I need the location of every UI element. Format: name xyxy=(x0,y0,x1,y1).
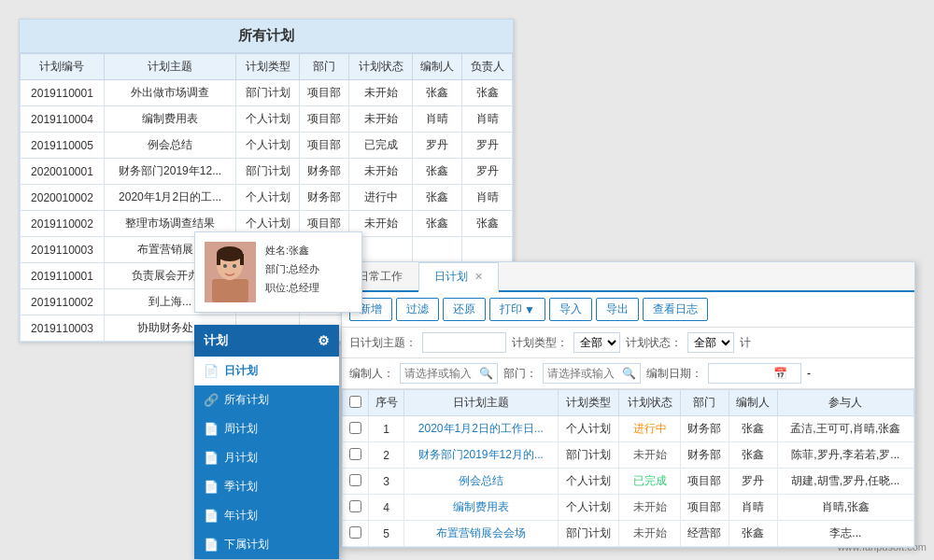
creator-input-wrap[interactable]: 🔍 xyxy=(400,363,498,384)
filter-button[interactable]: 过滤 xyxy=(396,298,439,321)
tabs-bar: 日常工作 日计划 ✕ xyxy=(342,262,914,292)
profile-dept: 部门:总经办 xyxy=(265,260,319,279)
row-checkbox[interactable] xyxy=(349,422,361,434)
type-select[interactable]: 全部 xyxy=(574,335,619,350)
table-row[interactable]: 2019110001外出做市场调查部门计划项目部未开始张鑫张鑫 xyxy=(21,80,513,106)
gear-icon[interactable]: ⚙ xyxy=(318,333,330,348)
sidebar-item-monthly[interactable]: 📄 月计划 xyxy=(194,443,339,472)
table-row[interactable]: 2财务部门2019年12月的...部门计划未开始财务部张鑫陈菲,罗丹,李若若,罗… xyxy=(343,442,914,469)
sidebar-item-label: 季计划 xyxy=(224,479,258,495)
row-checkbox[interactable] xyxy=(349,526,361,539)
row-subject[interactable]: 2020年1月2日的工作日... xyxy=(404,416,559,442)
bg-col-header: 编制人 xyxy=(413,54,462,80)
row-checkbox-cell[interactable] xyxy=(343,442,369,469)
sidebar-item-yearly[interactable]: 📄 年计划 xyxy=(194,501,339,530)
row-checkbox-cell[interactable] xyxy=(343,521,369,547)
table-row[interactable]: 5布置营销展会会场部门计划未开始经营部张鑫李志... xyxy=(343,521,914,547)
type-select-wrap[interactable]: 全部 xyxy=(573,332,620,353)
calendar-icon[interactable]: 📅 xyxy=(773,367,787,380)
table-row[interactable]: 2019110005例会总结个人计划项目部已完成罗丹罗丹 xyxy=(21,133,513,159)
svg-rect-1 xyxy=(212,279,248,302)
table-row[interactable]: 20200100022020年1月2日的工...个人计划财务部进行中张鑫肖晴 xyxy=(21,185,513,211)
table-cell: 2019110003 xyxy=(21,315,105,342)
row-dept: 财务部 xyxy=(681,442,729,469)
bg-col-header: 计划状态 xyxy=(349,54,413,80)
svg-point-7 xyxy=(233,264,236,268)
table-cell: 财务部 xyxy=(299,159,348,185)
row-checkbox-cell[interactable] xyxy=(343,495,369,521)
restore-button[interactable]: 还原 xyxy=(443,298,486,321)
table-row[interactable]: 3例会总结个人计划已完成项目部罗丹胡建,胡雪,罗丹,任晓... xyxy=(343,469,914,495)
table-cell: 2020年1月2日的工... xyxy=(104,185,235,211)
dept-label: 部门： xyxy=(503,366,537,382)
table-cell: 外出做市场调查 xyxy=(104,80,235,106)
row-checkbox-cell[interactable] xyxy=(343,469,369,495)
dept-input-wrap[interactable]: 🔍 xyxy=(543,363,641,384)
main-col-header: 部门 xyxy=(681,390,729,416)
table-cell: 张鑫 xyxy=(413,159,462,185)
row-type: 部门计划 xyxy=(558,442,619,469)
main-col-header: 计划类型 xyxy=(558,390,619,416)
row-number: 2 xyxy=(369,442,404,469)
subject-link[interactable]: 例会总结 xyxy=(459,474,503,487)
row-checkbox[interactable] xyxy=(349,448,361,460)
select-all-checkbox[interactable] xyxy=(349,396,361,408)
table-cell: 罗丹 xyxy=(462,133,513,159)
subject-link[interactable]: 编制费用表 xyxy=(453,500,509,513)
status-badge: 进行中 xyxy=(633,422,667,435)
subject-label: 日计划主题： xyxy=(349,335,417,351)
bg-col-header: 计划类型 xyxy=(236,54,300,80)
row-checkbox[interactable] xyxy=(349,474,361,486)
log-button[interactable]: 查看日志 xyxy=(643,298,708,321)
tab-close-icon[interactable]: ✕ xyxy=(474,271,483,282)
menu-icon: 📄 xyxy=(204,480,219,494)
subject-link[interactable]: 2020年1月2日的工作日... xyxy=(418,422,544,435)
print-button[interactable]: 打印 ▼ xyxy=(489,298,545,321)
sidebar-item-all[interactable]: 🔗 所有计划 xyxy=(194,385,339,414)
status-badge: 未开始 xyxy=(633,500,667,513)
import-button[interactable]: 导入 xyxy=(549,298,592,321)
row-checkbox-cell[interactable] xyxy=(343,416,369,442)
date-input-wrap[interactable]: 📅 xyxy=(708,363,801,384)
toolbar: 新增 过滤 还原 打印 ▼ 导入 导出 查看日志 xyxy=(342,292,914,328)
sidebar-item-weekly[interactable]: 📄 周计划 xyxy=(194,414,339,443)
data-table-wrap: 序号日计划主题计划类型计划状态部门编制人参与人 12020年1月2日的工作日..… xyxy=(342,389,914,547)
row-subject[interactable]: 例会总结 xyxy=(404,469,559,495)
date-start-input[interactable] xyxy=(713,367,773,380)
status-select-wrap[interactable]: 全部 xyxy=(687,332,734,353)
row-participants: 胡建,胡雪,罗丹,任晓... xyxy=(777,469,913,495)
creator-label: 编制人： xyxy=(349,366,394,382)
table-row[interactable]: 2019110004编制费用表个人计划项目部未开始肖晴肖晴 xyxy=(21,106,513,133)
sidebar-item-daily[interactable]: 📄 日计划 xyxy=(194,357,339,385)
status-select[interactable]: 全部 xyxy=(688,335,733,350)
sidebar-item-quarterly[interactable]: 📄 季计划 xyxy=(194,472,339,501)
profile-info: 姓名:张鑫 部门:总经办 职位:总经理 xyxy=(265,242,319,297)
sidebar-item-label: 所有计划 xyxy=(224,392,269,408)
table-row[interactable]: 2020010001财务部门2019年12...部门计划财务部未开始张鑫罗丹 xyxy=(21,159,513,185)
row-subject[interactable]: 编制费用表 xyxy=(404,495,559,521)
profile-position: 职位:总经理 xyxy=(265,279,319,298)
table-row[interactable]: 4编制费用表个人计划未开始项目部肖晴肖晴,张鑫 xyxy=(343,495,914,521)
main-col-header[interactable] xyxy=(343,390,369,416)
row-participants: 肖晴,张鑫 xyxy=(777,495,913,521)
row-checkbox[interactable] xyxy=(349,500,361,512)
subject-link[interactable]: 财务部门2019年12月的... xyxy=(418,448,544,461)
subject-link[interactable]: 布置营销展会会场 xyxy=(436,526,526,539)
row-subject[interactable]: 布置营销展会会场 xyxy=(404,521,559,547)
dept-input[interactable] xyxy=(547,367,622,380)
search-icon[interactable]: 🔍 xyxy=(479,367,493,380)
creator-input[interactable] xyxy=(404,367,479,380)
export-button[interactable]: 导出 xyxy=(596,298,639,321)
row-type: 部门计划 xyxy=(558,521,619,547)
svg-rect-4 xyxy=(217,254,220,265)
menu-icon: 🔗 xyxy=(204,393,219,407)
subject-input[interactable] xyxy=(422,332,506,353)
tab-daily-plan[interactable]: 日计划 ✕ xyxy=(418,262,499,292)
main-data-table: 序号日计划主题计划类型计划状态部门编制人参与人 12020年1月2日的工作日..… xyxy=(342,389,914,547)
dept-search-icon[interactable]: 🔍 xyxy=(622,367,636,380)
row-subject[interactable]: 财务部门2019年12月的... xyxy=(404,442,559,469)
row-creator: 张鑫 xyxy=(729,416,777,442)
sidebar-item-sub[interactable]: 📄 下属计划 xyxy=(194,530,339,559)
sidebar-panel: 计划 ⚙ 📄 日计划🔗 所有计划📄 周计划📄 月计划📄 季计划📄 年计划📄 下属… xyxy=(194,325,339,559)
table-row[interactable]: 12020年1月2日的工作日...个人计划进行中财务部张鑫孟洁,王可可,肖晴,张… xyxy=(343,416,914,442)
